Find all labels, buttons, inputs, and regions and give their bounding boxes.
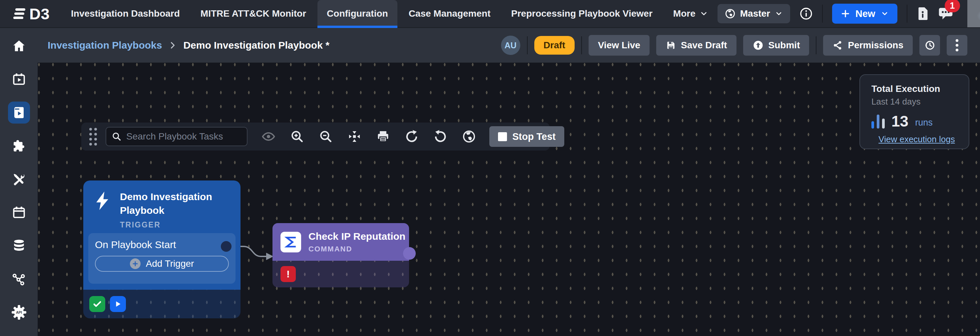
chevron-right-icon (168, 41, 177, 50)
calendar-icon (12, 205, 26, 220)
command-node[interactable]: Check IP Reputation COMMAND ! (272, 223, 409, 287)
printer-icon[interactable] (376, 129, 390, 143)
breadcrumb: Investigation Playbooks Demo Investigati… (48, 40, 329, 51)
header-actions: AU Draft View Live Save Draft Submit Per… (501, 35, 967, 56)
app-body: API Investigation Playbooks Demo Investi… (0, 28, 980, 336)
fit-screen-icon[interactable] (347, 129, 361, 143)
notifications-button[interactable]: 1 (938, 6, 953, 21)
more-options-button[interactable] (947, 35, 967, 56)
divider (907, 5, 907, 23)
enabled-check-button[interactable] (89, 296, 105, 312)
canvas-toolbar: Stop Test (81, 123, 550, 151)
execution-summary-panel: Total Execution Last 14 days 13 runs Vie… (859, 74, 969, 149)
sidebar-item-utility-commands[interactable] (0, 162, 38, 196)
view-live-button[interactable]: View Live (589, 35, 649, 56)
share-nodes-icon (12, 272, 26, 286)
toolbar-drag-handle[interactable] (89, 128, 97, 145)
status-badge: Draft (534, 36, 574, 55)
chevron-down-icon (775, 10, 783, 18)
execution-panel-subtitle: Last 14 days (872, 97, 962, 107)
bar-chart-icon (872, 114, 885, 129)
save-draft-button[interactable]: Save Draft (656, 35, 737, 56)
nav-preprocessing-playbook-viewer[interactable]: Preprocessing Playbook Viewer (502, 0, 662, 27)
sidebar-item-connections[interactable] (0, 263, 38, 296)
trigger-node[interactable]: Demo Investigation Playbook TRIGGER On P… (83, 180, 240, 318)
divider (581, 36, 582, 54)
release-notes-button[interactable] (917, 6, 929, 21)
playbook-canvas[interactable]: Stop Test Total Execution Last 14 days 1… (38, 63, 980, 336)
stop-icon (498, 132, 507, 141)
trigger-event-label[interactable]: On Playbook Start (95, 239, 229, 250)
navbar-right: Master New 1 (718, 0, 980, 27)
nav-configuration[interactable]: Configuration (317, 0, 398, 27)
lightning-bolt-icon (92, 190, 112, 212)
trigger-node-type: TRIGGER (120, 220, 220, 229)
submit-arrow-icon (752, 40, 764, 51)
floppy-icon (665, 40, 676, 51)
zoom-out-icon[interactable] (319, 129, 333, 143)
chevron-down-icon (700, 10, 708, 18)
command-node-title: Check IP Reputation (309, 231, 406, 242)
check-icon (92, 299, 102, 309)
page-header: Investigation Playbooks Demo Investigati… (38, 28, 980, 63)
nav-case-management[interactable]: Case Management (399, 0, 500, 27)
branch-selector[interactable]: Master (718, 4, 790, 23)
trigger-output-port[interactable] (221, 241, 232, 252)
view-execution-logs-link[interactable]: View execution logs (872, 134, 962, 145)
sidebar-item-calendar[interactable] (0, 196, 38, 229)
d3-logo[interactable]: D3 (0, 0, 62, 27)
nav-more[interactable]: More (664, 0, 718, 27)
tools-icon (12, 172, 26, 186)
zoom-in-icon[interactable] (290, 129, 304, 143)
command-output-port[interactable] (403, 247, 416, 260)
undo-icon[interactable] (433, 129, 447, 143)
nav-mitre-attck-monitor[interactable]: MITRE ATT&CK Monitor (191, 0, 315, 27)
globe-icon[interactable] (462, 129, 476, 143)
sidebar-item-data-management[interactable] (0, 229, 38, 263)
info-icon (799, 7, 813, 20)
command-icon (280, 232, 301, 252)
toolbar-icons (261, 129, 476, 143)
share-icon (832, 40, 843, 51)
add-trigger-button[interactable]: Add Trigger (95, 256, 229, 272)
submit-button[interactable]: Submit (743, 35, 810, 56)
divider (816, 36, 816, 54)
puzzle-icon (12, 139, 26, 153)
version-history-button[interactable] (920, 35, 940, 56)
execution-count: 13 (891, 113, 908, 129)
command-node-type: COMMAND (309, 245, 406, 253)
sidebar-item-home[interactable] (0, 29, 38, 63)
nav-investigation-dashboard[interactable]: Investigation Dashboard (62, 0, 189, 27)
new-label: New (856, 8, 875, 19)
sidebar-item-playbooks[interactable] (0, 96, 38, 129)
api-gear-icon: API (12, 305, 26, 320)
new-button[interactable]: New (832, 4, 897, 24)
eye-icon[interactable] (261, 129, 275, 143)
stop-test-button[interactable]: Stop Test (489, 126, 564, 147)
error-indicator[interactable]: ! (280, 266, 296, 282)
play-icon (114, 300, 122, 308)
info-button[interactable] (799, 7, 813, 20)
user-avatar[interactable] (967, 0, 980, 27)
left-sidebar: API (0, 28, 38, 336)
chevron-down-icon (881, 10, 889, 18)
permissions-button[interactable]: Permissions (823, 35, 913, 56)
collaborator-avatar[interactable]: AU (501, 36, 520, 55)
breadcrumb-link[interactable]: Investigation Playbooks (48, 40, 162, 51)
redo-icon[interactable] (405, 129, 419, 143)
calendar-play-icon (12, 72, 26, 86)
logo-text: D3 (29, 5, 49, 23)
home-icon (12, 39, 26, 53)
document-info-icon (917, 6, 929, 21)
main-area: Investigation Playbooks Demo Investigati… (38, 28, 980, 336)
sidebar-item-integrations[interactable] (0, 129, 38, 162)
run-play-button[interactable] (110, 296, 126, 312)
sidebar-item-scheduled-playbooks[interactable] (0, 63, 38, 96)
divider (822, 5, 823, 23)
notification-badge: 1 (945, 0, 960, 12)
search-input[interactable] (126, 131, 242, 142)
execution-panel-title: Total Execution (872, 84, 962, 94)
sidebar-item-api-settings[interactable]: API (0, 296, 38, 329)
kebab-menu-icon (955, 39, 959, 52)
command-node-footer: ! (272, 261, 409, 287)
